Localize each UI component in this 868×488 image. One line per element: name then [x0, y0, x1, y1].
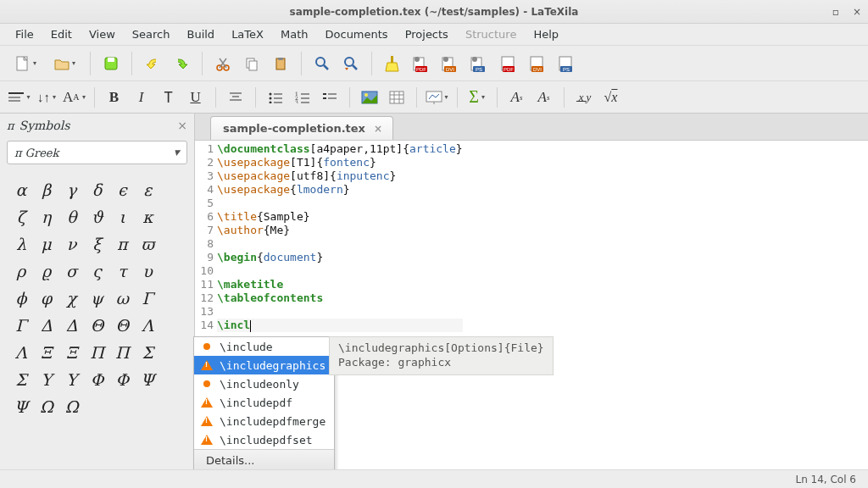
completion-item[interactable]: \include: [194, 337, 334, 356]
symbol-cell[interactable]: ϱ: [34, 258, 59, 285]
redo-button[interactable]: [170, 52, 193, 75]
symbol-cell[interactable]: Λ: [8, 339, 34, 366]
symbol-cell[interactable]: Ξ: [34, 339, 59, 366]
build-latex-button[interactable]: DVI: [438, 52, 462, 75]
list-enum-button[interactable]: 123: [292, 86, 314, 108]
symbol-cell[interactable]: Γ: [8, 312, 34, 339]
math-super-button[interactable]: As: [506, 86, 528, 108]
symbol-cell[interactable]: Π: [85, 339, 110, 366]
math-sqrt-button[interactable]: √x: [600, 86, 622, 108]
symbol-cell[interactable]: Ξ: [59, 339, 85, 366]
undo-button[interactable]: [141, 52, 164, 75]
symbol-cell[interactable]: ξ: [85, 230, 110, 258]
build-dvips-button[interactable]: PS: [467, 52, 491, 75]
symbol-cell[interactable]: Π: [109, 339, 135, 366]
find-replace-button[interactable]: [339, 52, 363, 75]
bold-button[interactable]: B: [103, 86, 125, 108]
symbol-cell[interactable]: Θ: [85, 312, 110, 339]
symbol-cell[interactable]: π: [109, 230, 135, 258]
completion-item[interactable]: \includegraphics: [194, 356, 334, 374]
symbol-cell[interactable]: ν: [59, 230, 85, 258]
menu-documents[interactable]: Documents: [319, 25, 395, 44]
open-file-button[interactable]: ▾: [47, 52, 81, 75]
menu-latex[interactable]: LaTeX: [225, 25, 270, 44]
symbol-cell[interactable]: Υ: [59, 366, 85, 393]
menu-math[interactable]: Math: [274, 25, 315, 44]
view-pdf-button[interactable]: PDF: [496, 52, 520, 75]
symbol-cell[interactable]: Ω: [34, 393, 59, 420]
symbol-cell[interactable]: Ψ: [135, 366, 160, 393]
tab-active[interactable]: sample-completion.tex ×: [210, 116, 393, 140]
symbol-cell[interactable]: Δ: [34, 312, 59, 339]
symbol-cell[interactable]: ψ: [85, 285, 110, 312]
build-pdflatex-button[interactable]: PDF: [409, 52, 433, 75]
view-ps-button[interactable]: PS: [554, 52, 577, 75]
symbol-category-combo[interactable]: πGreek ▼: [7, 141, 187, 164]
menu-edit[interactable]: Edit: [44, 25, 79, 44]
symbol-cell[interactable]: ι: [109, 203, 135, 230]
symbol-cell[interactable]: Λ: [135, 312, 160, 339]
symbol-cell[interactable]: Σ: [8, 366, 34, 393]
char-size-button[interactable]: AA▾: [63, 86, 86, 108]
close-icon[interactable]: ×: [853, 6, 861, 18]
symbol-cell[interactable]: χ: [59, 285, 85, 312]
menu-search[interactable]: Search: [125, 25, 177, 44]
symbol-cell[interactable]: τ: [109, 258, 135, 285]
symbol-cell[interactable]: ς: [85, 258, 110, 285]
symbol-cell[interactable]: μ: [34, 230, 59, 258]
symbol-cell[interactable]: Ω: [59, 393, 85, 420]
symbol-cell[interactable]: ϵ: [109, 176, 135, 203]
symbol-cell[interactable]: δ: [85, 176, 110, 203]
symbol-cell[interactable]: Υ: [34, 366, 59, 393]
math-sum-button[interactable]: Σ▾: [466, 86, 488, 108]
symbol-cell[interactable]: λ: [8, 230, 34, 258]
list-desc-button[interactable]: [319, 86, 341, 108]
references-button[interactable]: ↓↑▾: [36, 86, 58, 108]
symbol-cell[interactable]: ρ: [8, 258, 34, 285]
symbol-cell[interactable]: Θ: [109, 312, 135, 339]
symbol-cell[interactable]: η: [34, 203, 59, 230]
symbol-cell[interactable]: α: [8, 176, 34, 203]
sectioning-button[interactable]: ▾: [8, 86, 31, 108]
copy-button[interactable]: [240, 52, 264, 75]
symbol-cell[interactable]: ζ: [8, 203, 34, 230]
symbol-cell[interactable]: ϑ: [85, 203, 110, 230]
typewriter-button[interactable]: T: [158, 86, 180, 108]
menu-help[interactable]: Help: [526, 25, 565, 44]
presentation-button[interactable]: ▾: [426, 86, 448, 108]
symbol-cell[interactable]: Ψ: [8, 393, 34, 420]
menu-view[interactable]: View: [82, 25, 122, 44]
menu-projects[interactable]: Projects: [398, 25, 455, 44]
symbol-cell[interactable]: Δ: [59, 312, 85, 339]
cut-button[interactable]: [211, 52, 235, 75]
symbol-cell[interactable]: Γ: [135, 285, 160, 312]
symbol-cell[interactable]: ε: [135, 176, 160, 203]
symbol-cell[interactable]: Σ: [135, 339, 160, 366]
symbol-cell[interactable]: Φ: [85, 366, 110, 393]
view-dvi-button[interactable]: DVI: [525, 52, 548, 75]
completion-item[interactable]: \includeonly: [194, 374, 334, 393]
symbol-cell[interactable]: θ: [59, 203, 85, 230]
save-button[interactable]: [99, 52, 123, 75]
completion-item[interactable]: \includepdf: [194, 393, 334, 412]
minimize-icon[interactable]: ▫: [832, 6, 839, 18]
symbol-cell[interactable]: φ: [34, 285, 59, 312]
completion-popup[interactable]: \include\includegraphics\includeonly\inc…: [193, 336, 335, 472]
symbol-cell[interactable]: κ: [135, 203, 160, 230]
symbol-cell[interactable]: β: [34, 176, 59, 203]
symbol-cell[interactable]: ϕ: [8, 285, 34, 312]
menu-file[interactable]: File: [8, 25, 41, 44]
math-sub-button[interactable]: As: [533, 86, 555, 108]
tab-close-icon[interactable]: ×: [374, 123, 382, 135]
symbol-cell[interactable]: σ: [59, 258, 85, 285]
figure-button[interactable]: [359, 86, 381, 108]
code-content[interactable]: \documentclass[a4paper,11pt]{article}\us…: [217, 142, 463, 332]
completion-item[interactable]: \includepdfmerge: [194, 412, 334, 430]
build-clean-button[interactable]: [381, 52, 404, 75]
paste-button[interactable]: [269, 52, 292, 75]
symbol-cell[interactable]: υ: [135, 258, 160, 285]
list-bullet-button[interactable]: [264, 86, 287, 108]
find-button[interactable]: [310, 52, 334, 75]
completion-details-button[interactable]: Details...: [194, 449, 334, 471]
menu-build[interactable]: Build: [180, 25, 221, 44]
